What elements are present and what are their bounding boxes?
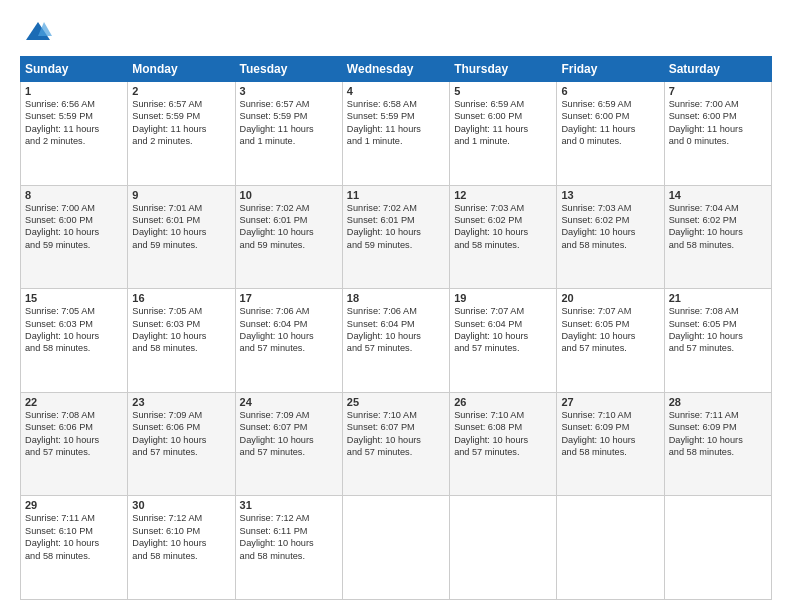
calendar-weekday-saturday: Saturday: [664, 57, 771, 82]
calendar-cell: 12Sunrise: 7:03 AMSunset: 6:02 PMDayligh…: [450, 185, 557, 289]
day-number: 12: [454, 189, 552, 201]
calendar-cell: 23Sunrise: 7:09 AMSunset: 6:06 PMDayligh…: [128, 392, 235, 496]
calendar-cell: 27Sunrise: 7:10 AMSunset: 6:09 PMDayligh…: [557, 392, 664, 496]
day-info: Sunrise: 7:05 AMSunset: 6:03 PMDaylight:…: [132, 305, 230, 355]
day-number: 5: [454, 85, 552, 97]
calendar-cell: [450, 496, 557, 600]
day-number: 31: [240, 499, 338, 511]
logo-icon: [24, 18, 52, 46]
calendar-cell: 31Sunrise: 7:12 AMSunset: 6:11 PMDayligh…: [235, 496, 342, 600]
day-info: Sunrise: 7:02 AMSunset: 6:01 PMDaylight:…: [240, 202, 338, 252]
day-info: Sunrise: 7:07 AMSunset: 6:05 PMDaylight:…: [561, 305, 659, 355]
calendar-cell: [342, 496, 449, 600]
calendar-cell: 24Sunrise: 7:09 AMSunset: 6:07 PMDayligh…: [235, 392, 342, 496]
calendar-body: 1Sunrise: 6:56 AMSunset: 5:59 PMDaylight…: [21, 82, 772, 600]
day-number: 18: [347, 292, 445, 304]
calendar-cell: 30Sunrise: 7:12 AMSunset: 6:10 PMDayligh…: [128, 496, 235, 600]
calendar-cell: 20Sunrise: 7:07 AMSunset: 6:05 PMDayligh…: [557, 289, 664, 393]
day-number: 23: [132, 396, 230, 408]
day-info: Sunrise: 6:57 AMSunset: 5:59 PMDaylight:…: [132, 98, 230, 148]
day-number: 27: [561, 396, 659, 408]
day-info: Sunrise: 7:12 AMSunset: 6:11 PMDaylight:…: [240, 512, 338, 562]
day-info: Sunrise: 7:09 AMSunset: 6:06 PMDaylight:…: [132, 409, 230, 459]
calendar-cell: 9Sunrise: 7:01 AMSunset: 6:01 PMDaylight…: [128, 185, 235, 289]
page: SundayMondayTuesdayWednesdayThursdayFrid…: [0, 0, 792, 612]
calendar-header: SundayMondayTuesdayWednesdayThursdayFrid…: [21, 57, 772, 82]
day-info: Sunrise: 7:06 AMSunset: 6:04 PMDaylight:…: [240, 305, 338, 355]
calendar-header-row: SundayMondayTuesdayWednesdayThursdayFrid…: [21, 57, 772, 82]
day-info: Sunrise: 7:10 AMSunset: 6:07 PMDaylight:…: [347, 409, 445, 459]
day-number: 26: [454, 396, 552, 408]
calendar-weekday-wednesday: Wednesday: [342, 57, 449, 82]
day-info: Sunrise: 7:01 AMSunset: 6:01 PMDaylight:…: [132, 202, 230, 252]
day-number: 11: [347, 189, 445, 201]
calendar-cell: 28Sunrise: 7:11 AMSunset: 6:09 PMDayligh…: [664, 392, 771, 496]
calendar-cell: 2Sunrise: 6:57 AMSunset: 5:59 PMDaylight…: [128, 82, 235, 186]
day-info: Sunrise: 7:02 AMSunset: 6:01 PMDaylight:…: [347, 202, 445, 252]
calendar-weekday-tuesday: Tuesday: [235, 57, 342, 82]
calendar-weekday-thursday: Thursday: [450, 57, 557, 82]
calendar-table: SundayMondayTuesdayWednesdayThursdayFrid…: [20, 56, 772, 600]
day-number: 10: [240, 189, 338, 201]
calendar-cell: [664, 496, 771, 600]
day-info: Sunrise: 7:08 AMSunset: 6:06 PMDaylight:…: [25, 409, 123, 459]
day-info: Sunrise: 6:59 AMSunset: 6:00 PMDaylight:…: [561, 98, 659, 148]
day-number: 1: [25, 85, 123, 97]
calendar-cell: 15Sunrise: 7:05 AMSunset: 6:03 PMDayligh…: [21, 289, 128, 393]
day-number: 15: [25, 292, 123, 304]
calendar-cell: 13Sunrise: 7:03 AMSunset: 6:02 PMDayligh…: [557, 185, 664, 289]
day-number: 6: [561, 85, 659, 97]
day-number: 3: [240, 85, 338, 97]
day-number: 8: [25, 189, 123, 201]
calendar-weekday-friday: Friday: [557, 57, 664, 82]
day-number: 21: [669, 292, 767, 304]
day-number: 20: [561, 292, 659, 304]
calendar-cell: 22Sunrise: 7:08 AMSunset: 6:06 PMDayligh…: [21, 392, 128, 496]
calendar-cell: 16Sunrise: 7:05 AMSunset: 6:03 PMDayligh…: [128, 289, 235, 393]
day-info: Sunrise: 6:57 AMSunset: 5:59 PMDaylight:…: [240, 98, 338, 148]
day-number: 24: [240, 396, 338, 408]
day-number: 19: [454, 292, 552, 304]
calendar-cell: 8Sunrise: 7:00 AMSunset: 6:00 PMDaylight…: [21, 185, 128, 289]
day-info: Sunrise: 7:03 AMSunset: 6:02 PMDaylight:…: [454, 202, 552, 252]
calendar-row-2: 15Sunrise: 7:05 AMSunset: 6:03 PMDayligh…: [21, 289, 772, 393]
day-info: Sunrise: 7:09 AMSunset: 6:07 PMDaylight:…: [240, 409, 338, 459]
calendar-cell: 1Sunrise: 6:56 AMSunset: 5:59 PMDaylight…: [21, 82, 128, 186]
calendar-cell: 10Sunrise: 7:02 AMSunset: 6:01 PMDayligh…: [235, 185, 342, 289]
calendar-cell: 6Sunrise: 6:59 AMSunset: 6:00 PMDaylight…: [557, 82, 664, 186]
day-info: Sunrise: 7:04 AMSunset: 6:02 PMDaylight:…: [669, 202, 767, 252]
day-number: 16: [132, 292, 230, 304]
calendar-cell: 18Sunrise: 7:06 AMSunset: 6:04 PMDayligh…: [342, 289, 449, 393]
calendar-cell: 11Sunrise: 7:02 AMSunset: 6:01 PMDayligh…: [342, 185, 449, 289]
day-number: 30: [132, 499, 230, 511]
day-info: Sunrise: 7:12 AMSunset: 6:10 PMDaylight:…: [132, 512, 230, 562]
day-info: Sunrise: 7:05 AMSunset: 6:03 PMDaylight:…: [25, 305, 123, 355]
day-number: 28: [669, 396, 767, 408]
calendar-weekday-monday: Monday: [128, 57, 235, 82]
calendar-cell: 25Sunrise: 7:10 AMSunset: 6:07 PMDayligh…: [342, 392, 449, 496]
calendar-cell: 21Sunrise: 7:08 AMSunset: 6:05 PMDayligh…: [664, 289, 771, 393]
day-info: Sunrise: 6:59 AMSunset: 6:00 PMDaylight:…: [454, 98, 552, 148]
day-info: Sunrise: 7:10 AMSunset: 6:08 PMDaylight:…: [454, 409, 552, 459]
day-info: Sunrise: 7:00 AMSunset: 6:00 PMDaylight:…: [669, 98, 767, 148]
day-info: Sunrise: 7:03 AMSunset: 6:02 PMDaylight:…: [561, 202, 659, 252]
day-info: Sunrise: 6:58 AMSunset: 5:59 PMDaylight:…: [347, 98, 445, 148]
calendar-cell: [557, 496, 664, 600]
day-number: 13: [561, 189, 659, 201]
calendar-cell: 14Sunrise: 7:04 AMSunset: 6:02 PMDayligh…: [664, 185, 771, 289]
day-number: 2: [132, 85, 230, 97]
day-number: 14: [669, 189, 767, 201]
calendar-row-0: 1Sunrise: 6:56 AMSunset: 5:59 PMDaylight…: [21, 82, 772, 186]
day-info: Sunrise: 7:00 AMSunset: 6:00 PMDaylight:…: [25, 202, 123, 252]
day-number: 29: [25, 499, 123, 511]
logo: [20, 18, 52, 46]
day-number: 7: [669, 85, 767, 97]
day-info: Sunrise: 7:11 AMSunset: 6:09 PMDaylight:…: [669, 409, 767, 459]
day-number: 4: [347, 85, 445, 97]
calendar-cell: 5Sunrise: 6:59 AMSunset: 6:00 PMDaylight…: [450, 82, 557, 186]
calendar-cell: 4Sunrise: 6:58 AMSunset: 5:59 PMDaylight…: [342, 82, 449, 186]
calendar-weekday-sunday: Sunday: [21, 57, 128, 82]
calendar-cell: 17Sunrise: 7:06 AMSunset: 6:04 PMDayligh…: [235, 289, 342, 393]
day-info: Sunrise: 7:08 AMSunset: 6:05 PMDaylight:…: [669, 305, 767, 355]
day-number: 17: [240, 292, 338, 304]
